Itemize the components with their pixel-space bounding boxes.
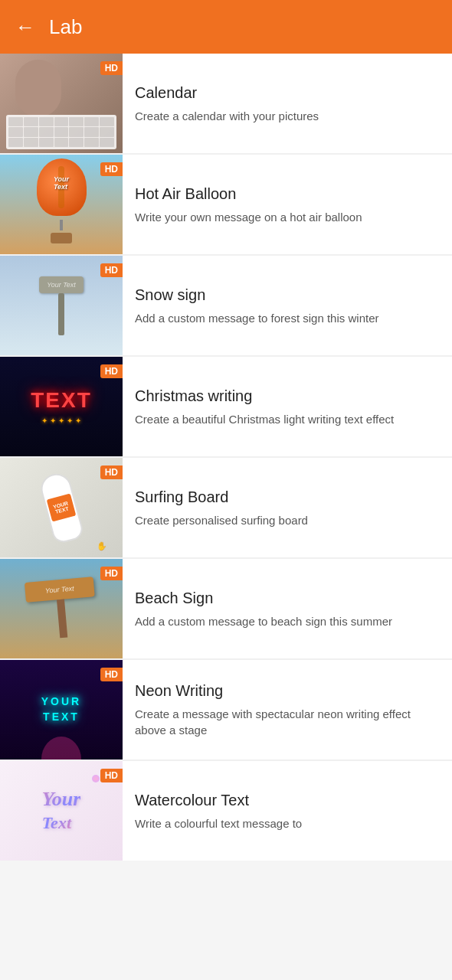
hd-badge: HD <box>100 769 123 782</box>
christmas-art: TEXT ✦ ✦ ✦ ✦ ✦ <box>31 357 92 456</box>
thumbnail-beach: Your Text HD <box>0 559 123 658</box>
item-desc-snow: Add a custom message to forest sign this… <box>135 310 440 326</box>
item-text-snow: Snow sign Add a custom message to forest… <box>123 256 452 355</box>
item-title-neon: Neon Writing <box>135 681 440 700</box>
list-item[interactable]: YOUR TEXT ✋ HD Surfing Board Create pers… <box>0 458 452 557</box>
beach-post-art <box>57 599 67 639</box>
hd-badge: HD <box>100 162 123 176</box>
beach-sign-art: Your Text <box>25 577 98 641</box>
item-text-calendar: Calendar Create a calendar with your pic… <box>123 54 452 153</box>
neon-crowd-art <box>41 737 81 760</box>
calendar-face-art <box>15 60 61 117</box>
surf-hand-art: ✋ <box>97 541 107 551</box>
neon-art: YOURTEXT <box>41 660 81 760</box>
item-desc-beach: Add a custom message to beach sign this … <box>135 613 440 629</box>
thumbnail-neon: YOURTEXT HD <box>0 660 123 760</box>
item-text-christmas: Christmas writing Create a beautiful Chr… <box>123 357 452 456</box>
thumbnail-watercolour: YourText HD <box>0 761 123 861</box>
hd-badge: HD <box>100 61 123 75</box>
snow-post-art <box>58 293 64 335</box>
item-title-snow: Snow sign <box>135 286 440 304</box>
item-text-neon: Neon Writing Create a message with spect… <box>123 660 452 760</box>
item-text-surfing: Surfing Board Create personalised surfin… <box>123 458 452 557</box>
calendar-grid-art <box>6 115 116 149</box>
item-text-beach: Beach Sign Add a custom message to beach… <box>123 559 452 658</box>
beach-art: Your Text <box>27 559 96 658</box>
list-item[interactable]: YourText HD Hot Air Balloon Write your o… <box>0 155 452 254</box>
item-desc-watercolour: Write a colourful text message to <box>135 815 440 831</box>
page-title: Lab <box>49 15 82 39</box>
snow-art: Your Text <box>39 256 84 355</box>
hd-badge: HD <box>100 567 123 580</box>
item-title-calendar: Calendar <box>135 83 440 102</box>
item-desc-calendar: Create a calendar with your pictures <box>135 108 440 124</box>
list-item[interactable]: YourText HD Watercolour Text Write a col… <box>0 761 452 861</box>
thumbnail-christmas: TEXT ✦ ✦ ✦ ✦ ✦ HD <box>0 357 123 456</box>
item-title-watercolour: Watercolour Text <box>135 791 440 809</box>
balloon-body: YourText <box>37 158 87 216</box>
item-desc-surfing: Create personalised surfing board <box>135 512 440 528</box>
hd-badge: HD <box>100 466 123 479</box>
item-desc-balloon: Write your own message on a hot air ball… <box>135 209 440 225</box>
thumbnail-snow: Your Text HD <box>0 256 123 355</box>
item-title-beach: Beach Sign <box>135 589 440 607</box>
watercolour-art: YourText <box>42 761 81 861</box>
xmas-text-art: TEXT <box>31 388 92 413</box>
item-title-balloon: Hot Air Balloon <box>135 185 440 203</box>
hd-badge: HD <box>100 263 123 277</box>
list-item[interactable]: TEXT ✦ ✦ ✦ ✦ ✦ HD Christmas writing Crea… <box>0 357 452 456</box>
balloon-rope <box>60 220 63 230</box>
back-button[interactable]: ← <box>15 15 35 39</box>
list-item[interactable]: YOURTEXT HD Neon Writing Create a messag… <box>0 660 452 760</box>
surfing-art: YOUR TEXT ✋ <box>46 458 77 557</box>
item-text-balloon: Hot Air Balloon Write your own message o… <box>123 155 452 254</box>
thumbnail-balloon: YourText HD <box>0 155 123 254</box>
item-desc-neon: Create a message with spectacular neon w… <box>135 706 440 738</box>
watercolour-text-art: YourText <box>42 788 81 834</box>
item-text-watercolour: Watercolour Text Write a colourful text … <box>123 761 452 861</box>
app-header: ← Lab <box>0 0 452 54</box>
list-item[interactable]: Your Text HD Beach Sign Add a custom mes… <box>0 559 452 658</box>
thumbnail-surfing: YOUR TEXT ✋ HD <box>0 458 123 557</box>
hd-badge: HD <box>100 668 123 681</box>
balloon-text-art: YourText <box>54 175 69 191</box>
xmas-lights-art: ✦ ✦ ✦ ✦ ✦ <box>41 416 80 425</box>
beach-board-art: Your Text <box>25 577 95 603</box>
list-item[interactable]: Your Text HD Snow sign Add a custom mess… <box>0 256 452 355</box>
balloon-basket <box>51 233 72 243</box>
surf-board-art: YOUR TEXT <box>38 470 85 544</box>
item-title-surfing: Surfing Board <box>135 488 440 506</box>
hd-badge: HD <box>100 364 123 378</box>
thumbnail-calendar: HD <box>0 54 123 153</box>
item-title-christmas: Christmas writing <box>135 387 440 405</box>
feature-list: HD Calendar Create a calendar with your … <box>0 54 452 861</box>
watercolour-dot <box>92 775 100 782</box>
item-desc-christmas: Create a beautiful Christmas light writi… <box>135 411 440 427</box>
surf-label-art: YOUR TEXT <box>47 493 77 521</box>
balloon-art: YourText <box>37 155 87 254</box>
list-item[interactable]: HD Calendar Create a calendar with your … <box>0 54 452 153</box>
neon-text-art: YOURTEXT <box>41 694 81 724</box>
snow-board-art: Your Text <box>39 276 84 293</box>
